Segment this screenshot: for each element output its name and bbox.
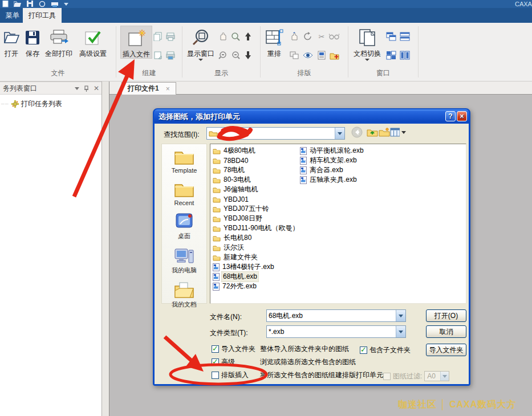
dropdown-arrow-icon[interactable] bbox=[396, 326, 405, 337]
cut-icon[interactable]: ✂ bbox=[316, 31, 327, 42]
open-button[interactable]: 打开 bbox=[1, 26, 22, 58]
save-icon[interactable] bbox=[27, 1, 34, 7]
folder-item[interactable]: 沃尔沃 bbox=[213, 243, 300, 252]
overlap-icon[interactable] bbox=[289, 50, 299, 60]
dialog-close-button[interactable]: × bbox=[457, 111, 467, 121]
folder-item[interactable]: YBDJ07五十铃 bbox=[213, 204, 300, 214]
include-subfolders-checkbox[interactable] bbox=[360, 346, 367, 354]
undo-icon[interactable] bbox=[39, 1, 46, 7]
tile-grid-icon[interactable] bbox=[386, 50, 396, 60]
place-item[interactable]: Recent bbox=[174, 180, 194, 206]
folder-item[interactable]: 新建文件夹 bbox=[213, 252, 300, 262]
insert-file-button[interactable]: 插入文件 bbox=[120, 26, 152, 59]
folder-item[interactable]: 78电机 bbox=[213, 165, 300, 175]
new-file-icon[interactable] bbox=[2, 1, 9, 7]
views-menu-button[interactable] bbox=[390, 126, 406, 138]
print-unit-icon[interactable] bbox=[165, 31, 176, 42]
zoom-out-icon[interactable] bbox=[230, 50, 241, 60]
dialog-body: 查找范围(I): bbox=[155, 124, 469, 384]
look-in-combobox[interactable] bbox=[206, 127, 345, 140]
look-in-label: 查找范围(I): bbox=[164, 130, 200, 140]
file-item[interactable]: 动平衡机滚轮.exb bbox=[300, 146, 365, 156]
zoom-icon[interactable] bbox=[230, 31, 241, 42]
panel-menu-icon[interactable] bbox=[75, 87, 79, 90]
file-list[interactable]: 4极80电机 78BD40 78电机 bbox=[210, 144, 466, 304]
folder-item[interactable]: YBDJ01 bbox=[213, 194, 300, 204]
browse-glasses-icon[interactable] bbox=[329, 31, 339, 42]
print-all-button[interactable]: 全部打印 bbox=[43, 26, 74, 58]
sheet-filter-checkbox[interactable] bbox=[383, 373, 391, 380]
properties-doc-icon[interactable] bbox=[316, 50, 327, 60]
checkbox[interactable] bbox=[212, 345, 219, 353]
tile-vertical-icon[interactable] bbox=[400, 50, 410, 60]
checkbox[interactable] bbox=[212, 358, 219, 366]
file-item[interactable]: 压轴承夹具.exb bbox=[300, 175, 365, 185]
tile-horizontal-icon[interactable] bbox=[400, 31, 410, 42]
page-setup-icon[interactable] bbox=[153, 50, 163, 60]
dropdown-arrow-icon[interactable] bbox=[396, 310, 405, 321]
toolbar-dropdown-icon[interactable] bbox=[64, 3, 68, 6]
zoom-in-icon[interactable] bbox=[218, 50, 228, 60]
folder-item[interactable]: YBDJ08日野 bbox=[213, 214, 300, 223]
tab-menu[interactable]: 菜单 bbox=[0, 8, 25, 23]
cancel-button[interactable]: 取消 bbox=[426, 325, 466, 338]
folder-item[interactable]: J6偏轴电机 bbox=[213, 185, 300, 194]
arrow-up-icon[interactable] bbox=[243, 31, 253, 42]
doc-switch-button[interactable]: 文档切换 bbox=[351, 26, 384, 61]
folder-item[interactable]: 80-3电机 bbox=[213, 175, 300, 185]
option-label: 导入文件夹 bbox=[221, 344, 258, 354]
tree-item-print-tasks[interactable]: ┈┈ 打印任务列表 bbox=[1, 99, 62, 109]
file-item[interactable]: 72外壳.exb bbox=[213, 282, 300, 291]
file-item[interactable]: 13槽4极转子.exb bbox=[213, 262, 300, 272]
folder-item[interactable]: 4极80电机 bbox=[213, 146, 300, 156]
exb-file-icon bbox=[300, 166, 307, 174]
print-icon[interactable] bbox=[51, 1, 59, 7]
new-folder-button[interactable] bbox=[378, 126, 391, 138]
file-item[interactable]: 离合器.exb bbox=[300, 165, 365, 175]
pan-icon[interactable] bbox=[218, 31, 228, 42]
add-folder-icon[interactable] bbox=[329, 50, 339, 60]
open-file-icon[interactable] bbox=[14, 1, 22, 7]
place-item[interactable]: 我的文档 bbox=[172, 281, 197, 309]
save-button[interactable]: 保存 bbox=[23, 26, 42, 58]
import-folder-button[interactable]: 导入文件夹 bbox=[426, 344, 466, 356]
tab-close-icon[interactable]: × bbox=[166, 85, 170, 93]
place-item[interactable]: Template bbox=[172, 148, 197, 174]
place-item[interactable]: 桌面 bbox=[174, 213, 194, 240]
file-name-combobox[interactable]: 68电机.exb bbox=[266, 309, 406, 322]
folder-item[interactable]: 长电机80 bbox=[213, 233, 300, 243]
panel-splitter[interactable] bbox=[101, 81, 109, 416]
checkbox[interactable] bbox=[212, 372, 219, 379]
dialog-titlebar[interactable]: 选择图纸，添加打印单元 ? × bbox=[154, 109, 469, 124]
folder-icon bbox=[213, 167, 221, 174]
dialog-help-button[interactable]: ? bbox=[445, 111, 456, 121]
up-one-level-button[interactable] bbox=[366, 126, 379, 138]
arrow-down-icon[interactable] bbox=[243, 50, 253, 60]
cascade-windows-icon[interactable] bbox=[386, 31, 396, 42]
documents-switch-icon bbox=[351, 26, 384, 50]
folder-item[interactable]: 78BD40 bbox=[213, 156, 300, 165]
rearrange-button[interactable]: 重排 bbox=[263, 26, 286, 58]
show-window-button[interactable]: 显示窗口 bbox=[185, 26, 216, 61]
pin-icon[interactable] bbox=[84, 85, 89, 92]
open-button[interactable]: 打开(O) bbox=[426, 309, 466, 322]
place-item[interactable]: 我的电脑 bbox=[172, 247, 197, 275]
file-item[interactable]: 精车机支架.exb bbox=[300, 156, 365, 165]
file-item[interactable]: 68电机.exb bbox=[213, 272, 300, 282]
preview-eye-icon[interactable] bbox=[303, 50, 313, 60]
insert-file-icon bbox=[121, 26, 152, 50]
dropdown-arrow-icon[interactable] bbox=[335, 128, 344, 139]
rotate-icon[interactable] bbox=[303, 31, 313, 42]
file-type-combobox[interactable]: *.exb bbox=[266, 325, 406, 338]
tab-print-tools[interactable]: 打印工具 bbox=[23, 8, 62, 23]
folder-icon bbox=[213, 235, 221, 242]
folder-item[interactable]: YBDJ11-90电机（欧曼） bbox=[213, 223, 300, 233]
back-button[interactable] bbox=[351, 126, 363, 138]
sheet-filter-combobox[interactable]: A0 bbox=[424, 371, 449, 381]
advanced-settings-button[interactable]: 高级设置 bbox=[75, 26, 111, 58]
panel-close-icon[interactable]: ✕ bbox=[94, 82, 99, 95]
move-unit-icon[interactable] bbox=[289, 31, 299, 42]
print-preview-icon[interactable] bbox=[165, 50, 176, 60]
document-tab[interactable]: 打印文件1 × bbox=[121, 82, 176, 95]
copy-unit-icon[interactable] bbox=[153, 31, 163, 42]
